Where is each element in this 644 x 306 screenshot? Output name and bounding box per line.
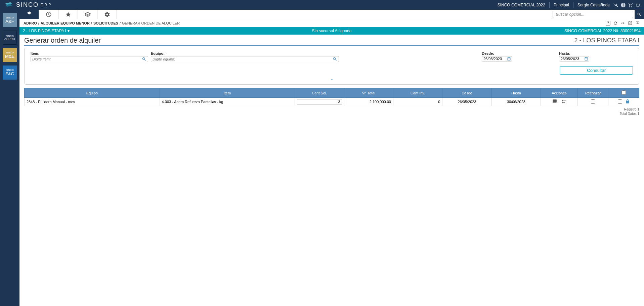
transfer-icon[interactable] [561, 99, 566, 104]
footer-registro: Registro 1 [24, 107, 639, 111]
row-select-checkbox[interactable] [618, 99, 622, 104]
crumb-current: GENERAR ORDEN DE ALQUILER [122, 21, 180, 25]
crumb-solicitudes[interactable]: SOLICITUDES [93, 21, 118, 25]
power-icon[interactable] [635, 2, 641, 8]
consultar-button[interactable]: Consultar [560, 66, 633, 75]
project-selector[interactable]: 2 - LOS PINOS ETAPA I ▾ [23, 29, 70, 33]
col-select-all[interactable] [608, 88, 639, 98]
collapse-panel-button[interactable] [31, 77, 633, 83]
search-icon[interactable] [142, 57, 146, 61]
cell-item: 4.003 - Acero Refuerzo Pantallas - kg [160, 98, 295, 106]
crumb-alquiler[interactable]: ALQUILER EQUIPO MENOR [41, 21, 90, 25]
cell-cant-inv: 0 [393, 98, 442, 106]
popout-icon[interactable] [628, 21, 633, 26]
brand-name: SINCO [16, 1, 39, 8]
results-table: Equipo Item Cant Sol. Vr. Total Cant Inv… [24, 88, 639, 106]
comment-icon[interactable] [552, 99, 557, 104]
help-box-icon[interactable]: ? [606, 21, 610, 26]
col-cant-sol[interactable]: Cant Sol. [295, 88, 344, 98]
cell-equipo: 2348 - Pulidora Manual - mes [25, 98, 160, 106]
refresh-icon[interactable] [613, 21, 618, 26]
search-button[interactable] [635, 10, 644, 19]
help-icon[interactable] [620, 2, 626, 8]
role-label[interactable]: Principal [554, 3, 569, 7]
desde-input[interactable]: 26/03/2023 [482, 56, 512, 61]
settings-button[interactable] [97, 10, 117, 19]
col-vr-total[interactable]: Vr. Total [344, 88, 393, 98]
item-input-wrap[interactable] [31, 56, 148, 62]
item-label: Item: [31, 51, 148, 55]
col-equipo[interactable]: Equipo [25, 88, 160, 98]
hasta-input[interactable]: 26/05/2023 [559, 56, 589, 61]
home-button[interactable] [19, 10, 39, 19]
calendar-icon[interactable] [584, 57, 588, 61]
search-input[interactable] [553, 11, 633, 18]
sidebar-item-me[interactable]: SINCOM&E [3, 48, 17, 62]
sidebar-item-fc[interactable]: SINCOF&C [3, 65, 17, 80]
top-bar: SINCO E R P SINCO COMERCIAL 2022 Princip… [0, 0, 644, 10]
search-icon[interactable] [333, 57, 337, 61]
crumb-adpro[interactable]: ADPRO [24, 21, 37, 25]
cell-hasta: 30/06/2023 [491, 98, 541, 106]
user-name[interactable]: Sergio Castañeda [577, 3, 610, 7]
col-desde[interactable]: Desde [442, 88, 491, 98]
equipo-label: Equipo: [151, 51, 339, 55]
desde-label: Desde: [482, 51, 559, 55]
toolbar [19, 10, 644, 19]
logo-icon [3, 1, 14, 9]
company-nit: SINCO COMERCIAL 2022 Nit: 830021894 [564, 29, 641, 33]
module-button[interactable] [78, 10, 97, 19]
tools-icon[interactable] [613, 2, 618, 8]
col-item[interactable]: Item [160, 88, 295, 98]
sidebar-item-af[interactable]: SINCOA&F [3, 13, 17, 27]
table-row: 2348 - Pulidora Manual - mes 4.003 - Ace… [25, 98, 639, 106]
sidebar: SINCOA&F SINCOADPRO SINCOM&E SINCOF&C [0, 10, 19, 306]
expand-h-icon[interactable] [620, 21, 625, 26]
col-hasta[interactable]: Hasta [491, 88, 541, 98]
branch-label: Sin sucursal Asignada [312, 29, 351, 33]
history-button[interactable] [39, 10, 58, 19]
footer-total: Total Datos 1 [24, 112, 639, 116]
favorites-button[interactable] [58, 10, 78, 19]
reject-checkbox[interactable] [591, 99, 595, 104]
calendar-icon[interactable] [507, 57, 511, 61]
page-title: Generar orden de alquiler [24, 37, 101, 44]
cell-desde: 26/05/2023 [442, 98, 491, 106]
filter-panel: Item: Equipo: Desde: 26/0 [24, 48, 639, 85]
breadcrumb: ADPRO/ ALQUILER EQUIPO MENOR/ SOLICITUDE… [19, 19, 644, 27]
col-rechazar[interactable]: Rechazar [577, 88, 608, 98]
select-all-checkbox[interactable] [621, 90, 626, 95]
equipo-input-wrap[interactable] [151, 56, 339, 62]
hasta-label: Hasta: [559, 51, 633, 55]
company-name[interactable]: SINCO COMERCIAL 2022 [498, 3, 545, 7]
chevron-down-icon: ▾ [68, 29, 70, 33]
qty-input[interactable] [297, 99, 342, 104]
cart-icon[interactable] [628, 2, 633, 8]
page-title-context: 2 - LOS PINOS ETAPA I [574, 37, 639, 44]
item-input[interactable] [32, 57, 142, 61]
col-cant-inv[interactable]: Cant Inv. [393, 88, 442, 98]
equipo-input[interactable] [153, 57, 333, 61]
cell-vr-total: 2,100,000.00 [344, 98, 393, 106]
brand-sub: E R P [41, 3, 51, 7]
col-acciones[interactable]: Acciones [541, 88, 578, 98]
sidebar-item-adpro[interactable]: SINCOADPRO [3, 31, 17, 45]
collapse-up-icon[interactable] [635, 21, 640, 26]
project-bar: 2 - LOS PINOS ETAPA I ▾ Sin sucursal Asi… [19, 27, 644, 35]
lock-icon[interactable] [625, 99, 630, 104]
